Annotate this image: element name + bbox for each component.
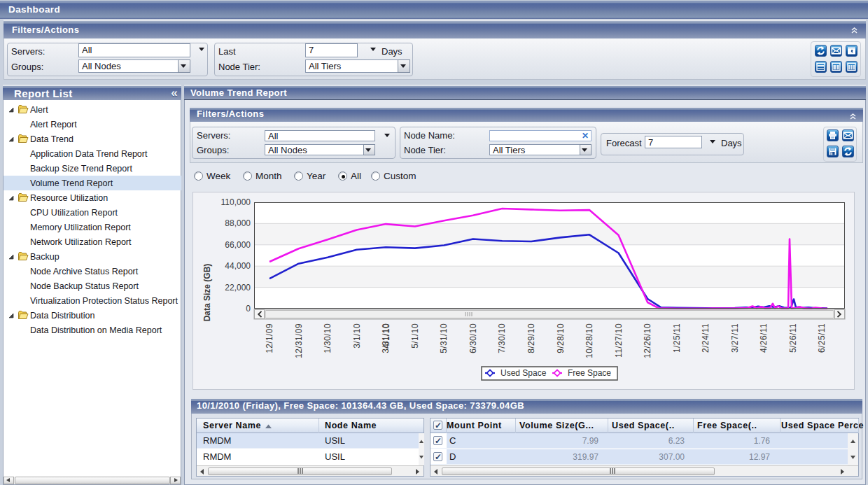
svg-text:5/31/10: 5/31/10 (439, 323, 449, 353)
svg-text:0: 0 (246, 304, 251, 314)
svg-text:11/27/10: 11/27/10 (614, 323, 624, 358)
svg-text:22,000: 22,000 (225, 283, 251, 293)
svg-text:12/31/09: 12/31/09 (294, 323, 304, 358)
svg-text:3/1/10: 3/1/10 (352, 323, 362, 349)
svg-text:1/25/11: 1/25/11 (672, 323, 682, 353)
svg-text:6/30/10: 6/30/10 (468, 323, 478, 353)
svg-text:5/26/11: 5/26/11 (788, 323, 798, 353)
svg-text:110,000: 110,000 (221, 197, 251, 207)
svg-text:3/27/11: 3/27/11 (730, 323, 740, 353)
svg-text:2/24/11: 2/24/11 (701, 323, 710, 353)
svg-text:44,000: 44,000 (225, 261, 251, 271)
svg-text:Free Space: Free Space (568, 368, 611, 378)
svg-text:9/28/10: 9/28/10 (556, 323, 566, 353)
svg-text:4/1/10: 4/1/10 (382, 323, 391, 349)
svg-text:12/1/09: 12/1/09 (265, 323, 274, 353)
svg-text:Used Space: Used Space (500, 368, 547, 378)
svg-text:7/30/10: 7/30/10 (497, 323, 507, 353)
svg-text:5/1/10: 5/1/10 (410, 323, 420, 349)
svg-text:8/29/10: 8/29/10 (526, 323, 536, 353)
svg-text:1/30/10: 1/30/10 (323, 323, 332, 353)
svg-text:66,000: 66,000 (225, 240, 251, 250)
svg-text:88,000: 88,000 (225, 218, 251, 228)
svg-text:6/25/11: 6/25/11 (817, 323, 827, 353)
svg-text:10/28/10: 10/28/10 (584, 323, 594, 358)
svg-text:Data Size (GB): Data Size (GB) (202, 264, 212, 322)
svg-text:12/26/10: 12/26/10 (643, 323, 652, 358)
svg-text:4/26/11: 4/26/11 (759, 323, 769, 353)
